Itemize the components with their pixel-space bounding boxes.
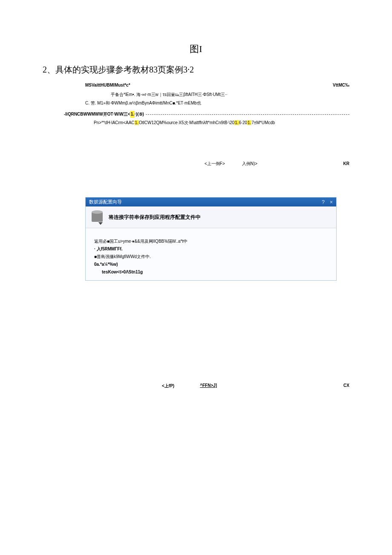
upper-line3: C. 苦. M1»和·ΦWMmβ.w½βmBynAΦimtt/MnC■.*ET·… [85,100,349,107]
figure-caption: 图I [43,43,349,55]
l5b: OtlCW12QM%ource·X5次·M\attffnλft*mhCn9tB·… [139,120,234,125]
database-icon [92,210,104,224]
l5c: 6·20 [239,120,247,125]
upper-line5: Pn>**dH·lACrm<AAC1.OtlCW12QM%ource·X5次·M… [94,119,349,126]
right-button-2[interactable]: CX [343,383,349,389]
wizard-header-text: 将连接字符串保存到应用程序配置文件中 [109,214,201,221]
dashed-separator-row: -liQRNCBWWMWW开OT·WiW三<1.·)(⑤) [64,111,349,118]
upper-row1-left: MSVaittHUBMlMust*c* [85,82,130,89]
l5d: 7±M*UMcdb [251,120,275,125]
section-heading: 2、具体的实现步骤参考教材83页案例3·2 [43,64,349,76]
right-button[interactable]: KR [343,160,349,167]
wiz-l3: ■普島强播k9MgfiWWd文件中. [94,253,328,261]
l5hl2: 1. [234,120,239,125]
close-icon[interactable]: × [330,199,333,205]
wiz-l2: · 入f5RMMΓFf. [94,245,328,253]
wiz-l4: 0a.*a¼*%w) [94,261,328,268]
help-icon[interactable]: ? [322,199,325,205]
dashed-prefix: -liQRNCBWWMWW开OT·WiW三< [64,111,130,118]
prev-button[interactable]: <上一倒F> [205,160,225,167]
wizard-title: 数据源配置向导 [89,199,317,205]
dashed-suffix: ·)(⑤) [135,111,144,118]
next-button[interactable]: 入例N)> [242,160,257,167]
upper-text-block: MSVaittHUBMlMust*c* VttMC‰ 乎备合*lEm•. 海·∞… [85,82,349,167]
wizard-header: 将连接字符串保存到应用程序配置文件中 [86,206,336,228]
l5a: Pn>**dH·lACrm<AAC [94,120,135,125]
l5hl3: 1. [247,120,251,125]
document-page: 图I 2、具体的实现步骤参考教材83页案例3·2 MSVaittHUBMlMus… [0,0,392,410]
dashed-highlight: 1. [130,111,135,118]
wiz-l5: tesKow<t>0ΛStn11g [102,268,328,276]
upper-line2: 乎备合*lEm•. 海·∞r·m三w｜τs回量u₄三βftAlTH三·ΦSft·… [111,91,349,98]
upper-nav-row: <上一倒F> 入例N)> KR [205,160,349,167]
next-button-2[interactable]: ^FFN>J] [200,383,217,389]
lower-nav-row: <上fP) ^FFN>J] CX [162,383,349,389]
wizard-dialog: 数据源配置向导 ? × 将连接字符串保存到应用程序配置文件中 返用必■国工u>y… [85,197,337,281]
wizard-body: 返用必■国工u>yme·♦&&用及网IIQBB⅜隔W..a*t中 · 入f5RM… [86,228,336,280]
upper-row1-right: VttMC‰ [333,82,349,89]
prev-button-2[interactable]: <上fP) [162,383,174,389]
l5hl1: 1. [135,120,139,125]
wiz-l1: 返用必■国工u>yme·♦&&用及网IIQBB⅜隔W..a*t中 [94,238,328,245]
wizard-titlebar: 数据源配置向导 ? × [86,198,336,206]
dashed-line [146,114,349,115]
